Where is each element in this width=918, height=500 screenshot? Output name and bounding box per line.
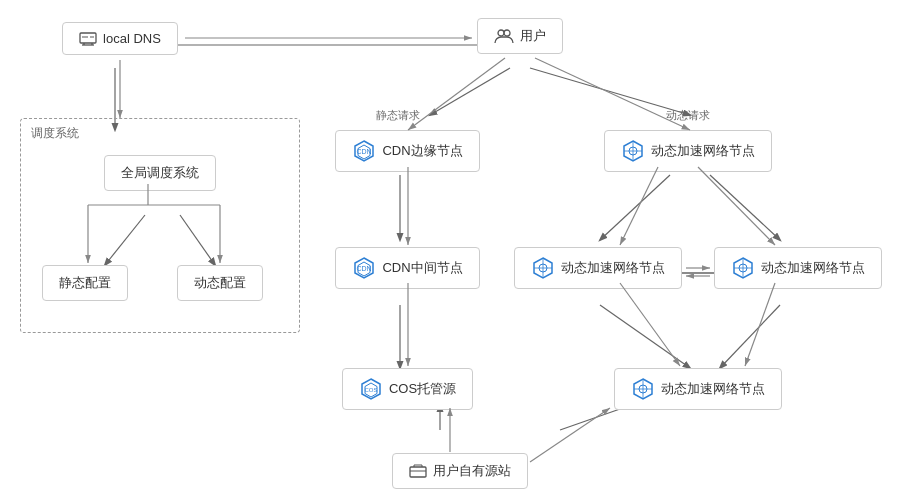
svg-point-22 <box>498 30 504 36</box>
svg-rect-49 <box>410 467 426 477</box>
cdn-mid-node: CDN CDN中间节点 <box>330 247 485 289</box>
dynamic-request-label: 动态请求 <box>648 108 728 123</box>
dynamic-network-mid-left-node: 动态加速网络节点 <box>510 247 685 289</box>
local-dns-node: local DNS <box>55 22 185 55</box>
cos-node: COS COS托管源 <box>330 368 485 410</box>
cdn-edge-node: CDN CDN边缘节点 <box>330 130 485 172</box>
dynamic-network-bottom-node: 动态加速网络节点 <box>610 368 785 410</box>
user-origin-node: 用户自有源站 <box>390 453 530 489</box>
svg-point-23 <box>504 30 510 36</box>
svg-rect-16 <box>80 33 96 43</box>
dynamic-config-node: 动态配置 <box>175 265 265 301</box>
dynamic-network-mid-right-node: 动态加速网络节点 <box>710 247 885 289</box>
svg-line-8 <box>600 175 670 240</box>
svg-text:CDN: CDN <box>357 265 372 272</box>
svg-line-13 <box>720 305 780 368</box>
svg-line-12 <box>600 305 690 368</box>
dynamic-network-top-node: 动态加速网络节点 <box>600 130 775 172</box>
static-request-label: 静态请求 <box>358 108 438 123</box>
svg-text:CDN: CDN <box>357 148 372 155</box>
user-node: 用户 <box>470 18 570 54</box>
svg-text:COS: COS <box>364 387 377 393</box>
svg-line-2 <box>430 68 510 115</box>
global-scheduling-node: 全局调度系统 <box>90 155 230 191</box>
architecture-diagram: local DNS 用户 调度系统 全局调度系统 静态配置 动态配置 <box>0 0 918 500</box>
svg-line-9 <box>710 175 780 240</box>
static-config-node: 静态配置 <box>40 265 130 301</box>
